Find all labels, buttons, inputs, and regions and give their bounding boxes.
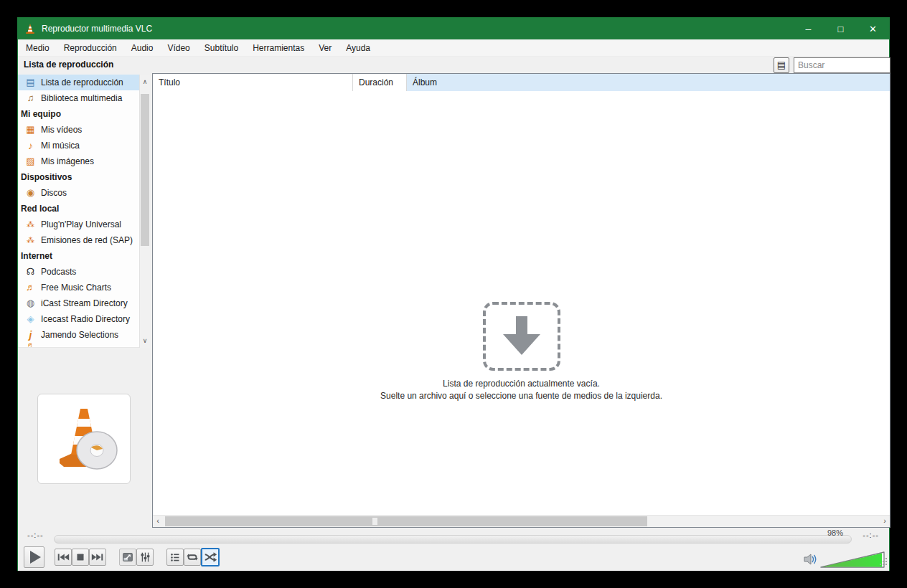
column-header-titulo[interactable]: Título — [153, 74, 353, 91]
horizontal-scrollbar[interactable]: ‹ › — [153, 515, 890, 527]
vlc-logo — [37, 394, 131, 484]
title-bar[interactable]: Reproductor multimedia VLC – □ ✕ — [18, 18, 889, 39]
sidebar-item-mi-musica[interactable]: Mi música — [18, 138, 150, 153]
sidebar-item-sap[interactable]: Emisiones de red (SAP) — [18, 232, 150, 248]
menu-herramientas[interactable]: Herramientas — [245, 39, 311, 57]
stop-icon — [73, 550, 88, 564]
vlc-cone-disc-image — [47, 403, 121, 475]
sidebar-item-icecast[interactable]: Icecast Radio Directory — [18, 311, 150, 327]
play-icon — [30, 551, 41, 564]
playlist-header-row: Título Duración Álbum — [153, 74, 890, 91]
playlist-body[interactable]: Lista de reproducción actualmente vacía.… — [153, 91, 890, 515]
window-title: Reproductor multimedia VLC — [42, 24, 152, 34]
maximize-button[interactable]: □ — [824, 18, 857, 39]
playlist-toggle-icon — [168, 550, 182, 564]
menu-bar: Medio Reproducción Audio Vídeo Subtítulo… — [18, 39, 889, 57]
sidebar-item-icast[interactable]: iCast Stream Directory — [18, 295, 150, 311]
play-button[interactable] — [24, 546, 44, 568]
equalizer-button[interactable] — [136, 549, 154, 566]
menu-audio[interactable]: Audio — [124, 39, 161, 57]
scroll-left-icon[interactable]: ‹ — [153, 516, 163, 527]
sidebar-group-dispositivos: Dispositivos — [18, 169, 150, 185]
previous-icon — [56, 550, 70, 564]
sidebar-group-mi-equipo: Mi equipo — [18, 106, 150, 122]
shuffle-icon — [203, 550, 217, 564]
partial-icon — [24, 343, 37, 348]
scroll-down-icon[interactable]: ∨ — [140, 335, 150, 346]
fullscreen-icon — [121, 550, 135, 564]
sidebar-item-media-library[interactable]: Biblioteca multimedia — [18, 90, 150, 106]
seek-bar[interactable] — [54, 535, 852, 544]
shuffle-button[interactable] — [201, 548, 220, 566]
sidebar-item-upnp[interactable]: Plug'n'Play Universal — [18, 217, 150, 232]
videos-icon — [24, 124, 37, 136]
disc-icon — [24, 187, 37, 199]
music-charts-icon — [24, 282, 37, 293]
next-button[interactable] — [89, 549, 106, 566]
network-broadcast-icon — [24, 234, 37, 246]
scrollbar-thumb[interactable] — [141, 94, 149, 246]
menu-reproduccion[interactable]: Reproducción — [57, 39, 124, 57]
loop-icon — [185, 550, 199, 564]
equalizer-icon — [138, 550, 152, 564]
sidebar-group-internet: Internet — [18, 248, 150, 264]
playlist-view-mode-button[interactable]: ▤ — [774, 57, 789, 73]
previous-button[interactable] — [55, 549, 72, 566]
minimize-button[interactable]: – — [792, 18, 824, 39]
sidebar-group-red-local: Red local — [18, 201, 150, 217]
sidebar-item-podcasts[interactable]: Podcasts — [18, 264, 150, 280]
sidebar-item-partial[interactable] — [18, 343, 150, 348]
playlist-icon — [24, 77, 37, 88]
next-icon — [90, 550, 105, 564]
volume-percent-label: 98% — [827, 528, 843, 537]
empty-playlist-line2: Suelte un archivo aquí o seleccione una … — [153, 391, 890, 401]
playlist-toggle-button[interactable] — [166, 549, 184, 566]
vlc-cone-icon — [24, 23, 36, 34]
menu-ayuda[interactable]: Ayuda — [339, 39, 377, 57]
music-icon — [24, 140, 37, 151]
vlc-window: Reproductor multimedia VLC – □ ✕ Medio R… — [17, 17, 890, 571]
search-input[interactable] — [794, 57, 890, 73]
transport-bar: --:-- --:-- — [18, 528, 889, 571]
sidebar-item-mis-imagenes[interactable]: Mis imágenes — [18, 153, 150, 169]
hscrollbar-thumb[interactable] — [165, 516, 647, 526]
speaker-icon[interactable] — [803, 552, 819, 569]
sidebar-item-mis-videos[interactable]: Mis vídeos — [18, 122, 150, 138]
sidebar-item-playlist[interactable]: Lista de reproducción — [18, 75, 150, 90]
column-header-duracion[interactable]: Duración — [353, 74, 407, 91]
jamendo-icon — [24, 329, 37, 341]
menu-video[interactable]: Vídeo — [160, 39, 197, 57]
sidebar-item-discos[interactable]: Discos — [18, 185, 150, 201]
loop-button[interactable] — [184, 549, 201, 566]
drop-zone[interactable] — [483, 302, 560, 371]
close-button[interactable]: ✕ — [857, 18, 889, 39]
upnp-network-icon — [24, 219, 37, 230]
sidebar-scrollbar[interactable]: ∧ ∨ — [139, 75, 150, 348]
images-icon — [24, 156, 37, 167]
media-library-icon — [24, 93, 37, 104]
radio-waves-icon — [24, 313, 37, 325]
stop-button[interactable] — [72, 549, 89, 566]
scroll-right-icon[interactable]: › — [880, 516, 890, 527]
globe-icon — [24, 298, 37, 309]
menu-ver[interactable]: Ver — [311, 39, 339, 57]
drop-arrow-icon — [501, 316, 542, 356]
volume-slider[interactable] — [819, 550, 887, 572]
sidebar-tree: Lista de reproducción Biblioteca multime… — [18, 75, 150, 348]
playlist-panel: Título Duración Álbum Lista de reproducc… — [152, 73, 890, 528]
sidebar-item-free-music-charts[interactable]: Free Music Charts — [18, 280, 150, 295]
thumb-notch — [372, 518, 377, 525]
time-total: --:-- — [863, 531, 879, 539]
time-elapsed: --:-- — [27, 531, 44, 539]
resize-grip-icon[interactable] — [880, 558, 888, 566]
podcasts-icon — [24, 266, 37, 278]
menu-medio[interactable]: Medio — [18, 39, 57, 57]
empty-playlist-line1: Lista de reproducción actualmente vacía. — [153, 379, 890, 389]
column-header-album[interactable]: Álbum — [407, 74, 890, 91]
menu-subtitulo[interactable]: Subtítulo — [197, 39, 245, 57]
sidebar-header: Lista de reproducción — [24, 60, 113, 70]
sidebar-item-jamendo[interactable]: Jamendo Selections — [18, 327, 150, 343]
scroll-up-icon[interactable]: ∧ — [140, 76, 150, 87]
fullscreen-button[interactable] — [119, 549, 136, 566]
